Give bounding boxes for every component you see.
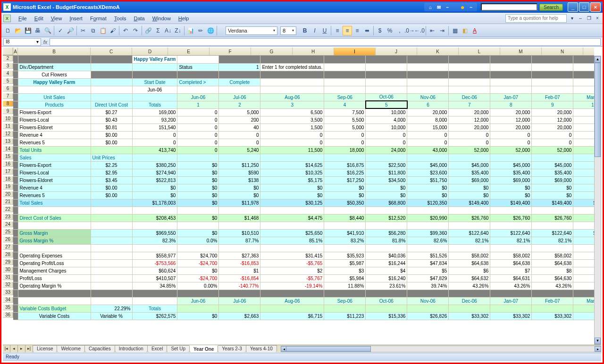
cell[interactable]: -$16,853 — [219, 259, 260, 267]
cell[interactable]: $11,978 — [219, 199, 260, 207]
sheet-tab[interactable]: Capacities — [84, 345, 115, 352]
row-header[interactable]: 6 — [3, 86, 13, 91]
cell[interactable] — [366, 63, 407, 71]
new-icon[interactable]: 🗋 — [3, 26, 13, 35]
row-header[interactable]: 22 — [3, 207, 13, 212]
cell[interactable]: $26,760 — [532, 214, 573, 222]
cell[interactable] — [13, 93, 18, 101]
cell[interactable] — [13, 116, 18, 124]
cell[interactable]: $380,250 — [132, 161, 177, 169]
cell[interactable] — [13, 56, 18, 63]
cell[interactable]: $120,350 — [407, 199, 449, 207]
print-icon[interactable]: 🖶 — [33, 26, 42, 35]
cell[interactable]: $969,550 — [132, 229, 177, 237]
cell[interactable] — [260, 56, 324, 63]
cell[interactable] — [573, 71, 594, 78]
menu-help[interactable]: Help — [175, 15, 193, 22]
cell[interactable]: 0 — [177, 108, 219, 116]
borders-icon[interactable]: ▦ — [450, 26, 460, 35]
cell[interactable]: 0 — [366, 131, 407, 139]
cell[interactable]: 0 — [573, 131, 594, 139]
cell[interactable] — [91, 93, 132, 101]
cell[interactable]: Jun-06 — [177, 297, 219, 305]
cell[interactable]: Products — [18, 101, 91, 108]
cell[interactable] — [324, 78, 366, 86]
cell[interactable] — [532, 290, 573, 297]
cell[interactable]: $0 — [449, 184, 490, 191]
italic-icon[interactable]: I — [310, 26, 319, 35]
sheet-tab[interactable]: Year One — [189, 345, 218, 352]
cell[interactable] — [13, 312, 18, 320]
messenger-icon[interactable]: ☻ — [459, 4, 466, 10]
cell[interactable]: 10 — [573, 101, 594, 108]
cell[interactable]: 5,500 — [324, 116, 366, 124]
cell[interactable] — [132, 290, 177, 297]
cell[interactable] — [532, 207, 573, 214]
cell[interactable] — [366, 207, 407, 214]
cell[interactable]: 0 — [324, 139, 366, 146]
cell[interactable]: $64,629 — [573, 274, 594, 282]
cell[interactable] — [532, 154, 573, 161]
cell[interactable]: Cut Flowers — [18, 71, 91, 78]
cell[interactable] — [407, 222, 449, 229]
msn-toolbar[interactable]: ⌂ ✉ – ☻ – — [424, 3, 477, 11]
cell[interactable]: 43.26% — [449, 282, 490, 290]
cell[interactable]: $0 — [324, 191, 366, 199]
col-header[interactable]: K — [417, 48, 459, 55]
col-header[interactable]: G — [251, 48, 293, 55]
cell[interactable]: $0 — [177, 267, 219, 274]
cell[interactable]: Operating Profit/Loss — [18, 259, 91, 267]
cell[interactable] — [366, 56, 407, 63]
cell[interactable] — [532, 63, 573, 71]
sheet-tab[interactable]: Introduction — [115, 345, 148, 352]
cell[interactable]: $25,650 — [260, 229, 324, 237]
cell[interactable] — [407, 86, 449, 93]
scroll-down-icon[interactable]: ▼ — [595, 338, 601, 344]
col-header[interactable]: E — [168, 48, 210, 55]
cell[interactable]: $0 — [177, 176, 219, 184]
row-header[interactable]: 10 — [3, 116, 13, 122]
close-button[interactable]: × — [590, 2, 601, 12]
cell[interactable]: Unit Sales — [18, 93, 91, 101]
cell[interactable]: -$24,700 — [177, 274, 219, 282]
cell[interactable] — [219, 290, 260, 297]
col-header[interactable]: M — [500, 48, 542, 55]
cell[interactable] — [13, 169, 18, 176]
cell[interactable]: $11,800 — [366, 169, 407, 176]
row-header[interactable]: 5 — [3, 78, 13, 84]
cell[interactable]: Mar-07 — [573, 297, 594, 305]
cell[interactable] — [573, 154, 594, 161]
cell[interactable] — [13, 86, 18, 93]
cell[interactable]: -140.77% — [219, 282, 260, 290]
cell[interactable] — [366, 154, 407, 161]
cell[interactable]: $69,000 — [532, 176, 573, 184]
cell[interactable] — [490, 222, 532, 229]
maximize-button[interactable]: □ — [579, 2, 589, 12]
col-header[interactable]: B — [18, 48, 91, 55]
cell[interactable] — [260, 86, 324, 93]
cell[interactable] — [177, 56, 219, 63]
cell[interactable]: 5,000 — [324, 124, 366, 131]
cell[interactable]: $0 — [177, 229, 219, 237]
cell[interactable]: 0 — [260, 139, 324, 146]
cell[interactable] — [449, 244, 490, 252]
cell[interactable]: $0 — [219, 191, 260, 199]
cell[interactable]: Direct Cost of Sales — [18, 214, 91, 222]
cell[interactable] — [177, 244, 219, 252]
cell[interactable]: 10,000 — [366, 124, 407, 131]
cell[interactable] — [177, 305, 219, 312]
cell[interactable]: $0.00 — [91, 191, 132, 199]
cell[interactable] — [13, 207, 18, 214]
cell[interactable]: Jan-07 — [490, 93, 532, 101]
cell[interactable]: $2.25 — [91, 161, 132, 169]
cell[interactable]: Feb-07 — [532, 297, 573, 305]
cell[interactable]: $35,400 — [573, 169, 594, 176]
cell[interactable]: Variable Costs Budget — [18, 305, 91, 312]
cell[interactable]: Oct-06 — [366, 93, 407, 101]
cell[interactable]: Jun-06 — [132, 86, 177, 93]
cell[interactable] — [18, 244, 91, 252]
hyperlink-icon[interactable]: 🔗 — [143, 26, 153, 35]
cell[interactable]: $69,000 — [449, 176, 490, 184]
cell[interactable]: Total Units — [18, 146, 91, 154]
cell[interactable]: $9 — [573, 267, 594, 274]
